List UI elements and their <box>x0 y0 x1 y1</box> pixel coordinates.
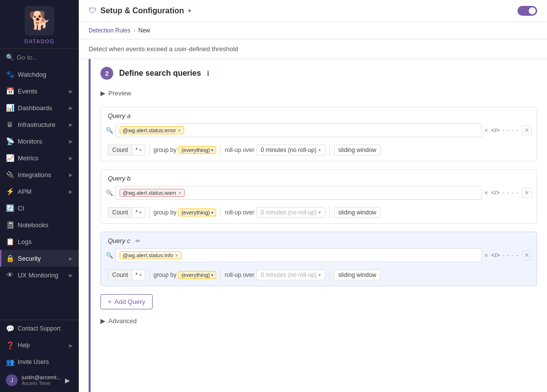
logo-text: DATADOG <box>25 38 55 44</box>
search-icon: 🔍 <box>6 54 14 61</box>
content-area: 2 Define search queries ℹ ▶ Preview Quer… <box>79 59 547 392</box>
star-value-c: * <box>135 271 138 278</box>
query-block-a: Query a 🔍 @wg.alert.status:error ✕ ✕ <box>100 107 537 161</box>
search-icon: 🔍 <box>106 189 113 196</box>
rollup-value-b: 0 minutes (no roll-up) <box>261 209 317 216</box>
group-by-dropdown-b[interactable]: (everything) ▾ <box>178 209 216 216</box>
breadcrumb-parent[interactable]: Detection Rules <box>89 27 130 34</box>
advanced-toggle[interactable]: ▶ Advanced <box>100 317 537 325</box>
sidebar-item-label: Integrations <box>18 171 51 179</box>
sidebar-item-infrastructure[interactable]: 🖥 Infrastructure ▶ <box>0 116 79 133</box>
query-b-actions: ✕ </> - - - - ✕ <box>484 188 532 198</box>
code-button-a[interactable]: </> <box>491 127 500 134</box>
chevron-icon: ▶ <box>69 122 73 127</box>
query-a-actions: ✕ </> - - - - ✕ <box>484 125 532 135</box>
rollup-dropdown-c[interactable]: 0 minutes (no roll-up) ▾ <box>257 270 325 280</box>
add-query-button[interactable]: + Add Query <box>100 294 153 309</box>
advanced-label: Advanced <box>108 317 137 325</box>
chevron-icon: ▶ <box>69 172 73 178</box>
star-select-b[interactable]: * ▾ <box>132 207 145 218</box>
sidebar-item-dashboards[interactable]: 📊 Dashboards ▶ <box>0 99 79 116</box>
user-org: Arcem Tene <box>22 380 61 386</box>
separator <box>149 144 150 156</box>
ci-icon: 🔄 <box>6 204 14 212</box>
title-dropdown-icon[interactable]: ▾ <box>188 7 191 14</box>
query-a-input[interactable]: @wg.alert.status:error ✕ <box>115 123 482 137</box>
apm-icon: ⚡ <box>6 187 14 195</box>
query-label-text: Query <box>108 112 127 120</box>
advanced-arrow-icon: ▶ <box>100 317 105 325</box>
rollup-dropdown-b[interactable]: 0 minutes (no roll-up) ▾ <box>257 207 325 218</box>
sidebar-item-label: Events <box>18 88 37 95</box>
close-button-b[interactable]: ✕ <box>522 188 532 198</box>
query-c-actions: ✕ </> - - - - ✕ <box>484 250 532 260</box>
help-icon: ❓ <box>6 341 14 349</box>
rollup-dropdown-a[interactable]: 0 minutes (no roll-up) ▾ <box>257 145 325 155</box>
user-name: justin@arcemt... <box>22 374 61 380</box>
plus-icon: + <box>108 298 112 305</box>
dots-button-b[interactable]: - - - - <box>503 189 519 196</box>
group-by-value-b: (everything) <box>181 210 210 215</box>
tag-close-icon[interactable]: ✕ <box>175 253 179 258</box>
sidebar-item-metrics[interactable]: 📈 Metrics ▶ <box>0 150 79 166</box>
sidebar-item-integrations[interactable]: 🔌 Integrations ▶ <box>0 166 79 183</box>
sidebar-item-invite-users[interactable]: 👥 Invite Users <box>0 354 79 370</box>
dots-button-a[interactable]: - - - - <box>503 127 519 134</box>
breadcrumb: Detection Rules › New <box>79 22 547 39</box>
sidebar-item-ci[interactable]: 🔄 CI <box>0 200 79 216</box>
rollup-value-a: 0 minutes (no roll-up) <box>261 147 317 153</box>
sidebar-item-help[interactable]: ❓ Help ▶ <box>0 337 79 354</box>
sidebar-item-security[interactable]: 🔒 Security ▶ <box>0 250 79 267</box>
metrics-icon: 📈 <box>6 154 14 162</box>
goto-search[interactable]: 🔍 Go to... <box>0 49 79 66</box>
dropdown-caret-icon: ▾ <box>211 211 213 215</box>
clear-icon[interactable]: ✕ <box>484 127 488 134</box>
sidebar-item-monitors[interactable]: 📡 Monitors ▶ <box>0 133 79 150</box>
sidebar-item-contact-support[interactable]: 💬 Contact Support <box>0 320 79 337</box>
invite-icon: 👥 <box>6 358 14 366</box>
code-button-c[interactable]: </> <box>491 252 500 259</box>
step-badge: 2 <box>100 67 113 80</box>
enable-toggle[interactable] <box>517 6 537 16</box>
dots-button-c[interactable]: - - - - <box>503 252 519 259</box>
star-select-a[interactable]: * ▾ <box>132 145 145 155</box>
sidebar-item-watchdog[interactable]: 🐾 Watchdog <box>0 66 79 83</box>
query-label-text: Query <box>108 175 127 182</box>
edit-icon[interactable]: ✏ <box>135 238 140 244</box>
query-b-label: Query b <box>101 170 537 184</box>
close-button-a[interactable]: ✕ <box>522 125 532 135</box>
preview-toggle[interactable]: ▶ Preview <box>100 88 537 99</box>
main-content: 🛡 Setup & Configuration ▾ Detection Rule… <box>79 0 547 392</box>
clear-icon[interactable]: ✕ <box>484 252 488 259</box>
rollup-caret-icon: ▾ <box>319 148 321 152</box>
query-c-input[interactable]: @wg.alert.status:info ✕ <box>115 248 482 262</box>
window-btn-b[interactable]: sliding window <box>334 207 381 218</box>
clear-icon[interactable]: ✕ <box>484 190 488 196</box>
user-info[interactable]: J justin@arcemt... Arcem Tene ▶ <box>0 370 79 390</box>
group-by-dropdown-a[interactable]: (everything) ▾ <box>178 146 216 154</box>
tag-close-icon[interactable]: ✕ <box>178 190 182 196</box>
page-title: Setup & Configuration <box>100 6 184 15</box>
group-by-label-c: group by <box>154 271 177 278</box>
query-a-value: @wg.alert.status:error <box>123 127 176 133</box>
sidebar-item-logs[interactable]: 📋 Logs <box>0 233 79 250</box>
star-select-c[interactable]: * ▾ <box>132 270 145 280</box>
goto-label: Go to... <box>17 54 38 61</box>
sidebar-item-events[interactable]: 📅 Events ▶ <box>0 83 79 99</box>
group-by-dropdown-c[interactable]: (everything) ▾ <box>178 271 216 279</box>
tag-close-icon[interactable]: ✕ <box>177 128 181 133</box>
close-button-c[interactable]: ✕ <box>522 250 532 260</box>
sidebar-item-ux-monitoring[interactable]: 👁 UX Monitoring ▶ <box>0 267 79 283</box>
contact-icon: 💬 <box>6 325 14 332</box>
chevron-icon: ▶ <box>69 155 73 161</box>
help-circle-icon[interactable]: ℹ <box>207 69 209 77</box>
sidebar-item-notebooks[interactable]: 📓 Notebooks <box>0 216 79 233</box>
query-b-input[interactable]: @wg.alert.status:warn ✕ <box>115 186 482 200</box>
rollup-label-a: roll-up over <box>225 147 254 153</box>
window-btn-c[interactable]: sliding window <box>334 270 381 280</box>
top-bar: 🛡 Setup & Configuration ▾ <box>79 0 547 22</box>
window-btn-a[interactable]: sliding window <box>334 145 381 155</box>
sidebar-item-apm[interactable]: ⚡ APM ▶ <box>0 183 79 200</box>
count-label-b: Count <box>108 207 132 218</box>
code-button-b[interactable]: </> <box>491 189 500 196</box>
